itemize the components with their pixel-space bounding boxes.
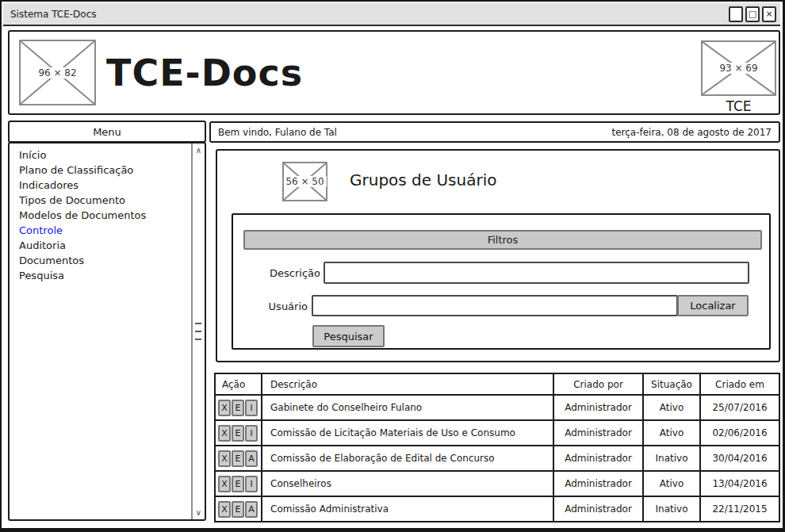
inactivate-button[interactable]: I — [245, 425, 258, 442]
criado-em-cell: 30/04/2016 — [700, 446, 779, 471]
sidebar-title: Menu — [8, 121, 206, 143]
scrollbar-grip[interactable] — [195, 323, 201, 324]
current-date: terça-feira, 08 de agosto de 2017 — [611, 127, 772, 138]
criado-por-cell: Administrador — [553, 471, 643, 496]
page-title: Grupos de Usuário — [350, 170, 496, 189]
situacao-cell: Ativo — [643, 471, 700, 496]
situacao-cell: Ativo — [643, 395, 700, 420]
activate-button[interactable]: A — [245, 501, 258, 518]
delete-button[interactable]: X — [218, 450, 231, 467]
sidebar-item-indicadores[interactable]: Indicadores — [10, 178, 205, 193]
descricao-input[interactable] — [324, 262, 749, 284]
inactivate-button[interactable]: I — [245, 400, 258, 416]
logo-image-placeholder: 96 × 82 — [19, 40, 96, 105]
criado-por-cell: Administrador — [553, 420, 643, 446]
page-icon-placeholder: 56 × 50 — [282, 162, 327, 201]
criado-por-cell: Administrador — [553, 446, 643, 471]
usuario-label: Usuário — [249, 296, 308, 317]
user-groups-table: Ação Descrição Criado por Situação Criad… — [214, 373, 780, 522]
table-row: XEA Comissão de Elaboração de Edital de … — [215, 446, 779, 471]
criado-em-cell: 02/06/2016 — [700, 420, 779, 446]
descricao-cell: Comissão de Elaboração de Edital de Conc… — [262, 446, 553, 471]
main-content-panel: 56 × 50 Grupos de Usuário Filtros Descri… — [216, 149, 780, 362]
sidebar-item-documentos[interactable]: Documentos — [10, 253, 205, 268]
column-header-situacao: Situação — [643, 373, 700, 395]
scrollbar-grip[interactable] — [195, 331, 201, 332]
criado-em-cell: 22/11/2015 — [700, 496, 779, 522]
filters-panel: Filtros Descrição Usuário Localizar Pesq… — [232, 213, 771, 350]
inactivate-button[interactable]: I — [245, 476, 258, 492]
criado-por-cell: Administrador — [553, 395, 643, 420]
descricao-cell: Comissão Administrativa — [262, 496, 553, 522]
situacao-cell: Inativo — [643, 446, 700, 471]
sidebar-item-plano-de-classificacao[interactable]: Plano de Classificação — [10, 163, 205, 178]
close-button[interactable]: × — [762, 6, 776, 22]
sidebar-menu: Início Plano de Classificação Indicadore… — [8, 142, 206, 521]
edit-button[interactable]: E — [232, 501, 244, 518]
sidebar-item-pesquisa[interactable]: Pesquisa — [10, 268, 205, 283]
situacao-cell: Ativo — [643, 420, 700, 446]
table-row: XEA Comissão Administrativa Administrado… — [215, 496, 779, 522]
column-header-acao: Ação — [215, 373, 262, 395]
delete-button[interactable]: X — [218, 400, 231, 416]
placeholder-size-label: 56 × 50 — [283, 176, 326, 187]
action-cell: XEI — [215, 471, 262, 496]
close-icon: × — [765, 10, 772, 18]
edit-button[interactable]: E — [232, 400, 244, 416]
criado-por-cell: Administrador — [553, 496, 643, 522]
welcome-greeting: Bem vindo, Fulano de Tal — [218, 127, 337, 138]
action-cell: XEA — [215, 446, 262, 471]
scroll-up-icon[interactable]: ∧ — [193, 146, 205, 155]
usuario-input[interactable] — [312, 295, 678, 316]
column-header-criado-por: Criado por — [553, 373, 643, 395]
table-row: XEI Gabinete do Conselheiro Fulano Admin… — [215, 395, 779, 420]
pesquisar-button[interactable]: Pesquisar — [312, 325, 385, 347]
minimize-icon: _ — [733, 12, 738, 21]
window-controls: _ □ × — [729, 6, 780, 22]
delete-button[interactable]: X — [218, 476, 231, 492]
action-cell: XEA — [215, 496, 262, 522]
action-cell: XEI — [215, 395, 262, 420]
descricao-cell: Comissão de Licitação Materiais de Uso e… — [262, 420, 553, 446]
delete-button[interactable]: X — [218, 501, 231, 518]
column-header-descricao: Descrição — [262, 373, 553, 395]
sidebar-item-modelos-de-documentos[interactable]: Modelos de Documentos — [10, 208, 205, 223]
filters-header-bar: Filtros — [243, 230, 762, 250]
scroll-down-icon[interactable]: ∨ — [193, 508, 205, 517]
edit-button[interactable]: E — [232, 450, 244, 467]
column-header-criado-em: Criado em — [700, 373, 779, 395]
sidebar-item-inicio[interactable]: Início — [10, 147, 205, 163]
header-panel: 96 × 82 TCE-Docs 93 × 69 TCE — [8, 30, 780, 115]
descricao-cell: Gabinete do Conselheiro Fulano — [262, 395, 553, 420]
placeholder-size-label: 96 × 82 — [36, 67, 78, 78]
maximize-button[interactable]: □ — [745, 6, 760, 22]
action-cell: XEI — [215, 420, 262, 446]
delete-button[interactable]: X — [218, 425, 231, 442]
criado-em-cell: 25/07/2016 — [700, 395, 779, 420]
tce-caption: TCE — [701, 98, 776, 114]
app-title: TCE-Docs — [106, 52, 303, 94]
activate-button[interactable]: A — [245, 450, 258, 467]
scrollbar-grip[interactable] — [195, 339, 201, 340]
window-titlebar: Sistema TCE-Docs _ □ × — [3, 3, 780, 26]
sidebar-item-controle[interactable]: Controle — [10, 223, 205, 238]
edit-button[interactable]: E — [232, 476, 244, 492]
table-header-row: Ação Descrição Criado por Situação Criad… — [215, 373, 779, 395]
localizar-button[interactable]: Localizar — [677, 295, 749, 316]
window-title: Sistema TCE-Docs — [3, 9, 97, 20]
criado-em-cell: 13/04/2016 — [700, 471, 779, 496]
sidebar-scrollbar[interactable]: ∧ ∨ — [191, 144, 205, 519]
table-row: XEI Comissão de Licitação Materiais de U… — [215, 420, 779, 446]
table-row: XEI Conselheiros Administrador Ativo 13/… — [215, 471, 779, 496]
situacao-cell: Inativo — [643, 496, 700, 522]
app-window: Sistema TCE-Docs _ □ × 96 × 82 TCE-Docs … — [0, 0, 785, 532]
sidebar-item-tipos-de-documento[interactable]: Tipos de Documento — [10, 193, 205, 208]
descricao-label: Descrição — [249, 262, 320, 284]
edit-button[interactable]: E — [232, 425, 244, 442]
maximize-icon: □ — [749, 10, 756, 18]
placeholder-size-label: 93 × 69 — [717, 63, 760, 74]
minimize-button[interactable]: _ — [729, 6, 743, 22]
descricao-cell: Conselheiros — [262, 471, 553, 496]
sidebar-item-auditoria[interactable]: Auditoria — [10, 238, 205, 253]
welcome-bar: Bem vindo, Fulano de Tal terça-feira, 08… — [209, 121, 780, 143]
